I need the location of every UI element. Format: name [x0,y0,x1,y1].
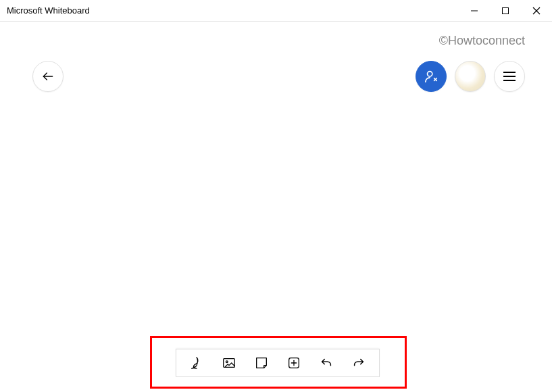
minimize-icon [470,7,478,15]
redo-icon [351,356,366,370]
add-square-icon [286,356,301,370]
svg-point-9 [226,361,228,363]
close-button[interactable] [521,0,552,22]
back-button[interactable] [32,61,64,92]
image-icon [222,356,236,370]
window-title: Microsoft Whiteboard [7,5,459,16]
svg-rect-1 [503,7,509,14]
top-left-controls [32,61,64,92]
pen-tool-button[interactable] [183,349,210,376]
maximize-button[interactable] [490,0,521,22]
bottom-toolbar [176,349,380,377]
top-right-controls [416,61,525,92]
maximize-icon [501,7,509,15]
undo-button[interactable] [313,349,340,376]
svg-point-5 [428,72,432,76]
close-icon [532,7,541,15]
sticky-note-icon [254,356,269,370]
user-avatar[interactable] [455,61,486,92]
add-button[interactable] [280,349,307,376]
whiteboard-canvas[interactable] [0,101,552,345]
hamburger-menu-icon [503,72,516,81]
watermark-text: ©Howtoconnect [439,34,525,48]
back-arrow-icon [41,70,55,83]
svg-rect-8 [224,359,235,368]
ink-pen-icon [189,356,204,370]
settings-menu-button[interactable] [494,61,525,92]
sticky-note-button[interactable] [248,349,275,376]
share-button[interactable] [416,61,447,92]
window-controls [459,0,552,21]
undo-icon [319,356,334,370]
share-person-icon [424,69,438,84]
insert-image-button[interactable] [216,349,243,376]
minimize-button[interactable] [459,0,490,22]
redo-button[interactable] [345,349,372,376]
title-bar: Microsoft Whiteboard [0,0,552,22]
